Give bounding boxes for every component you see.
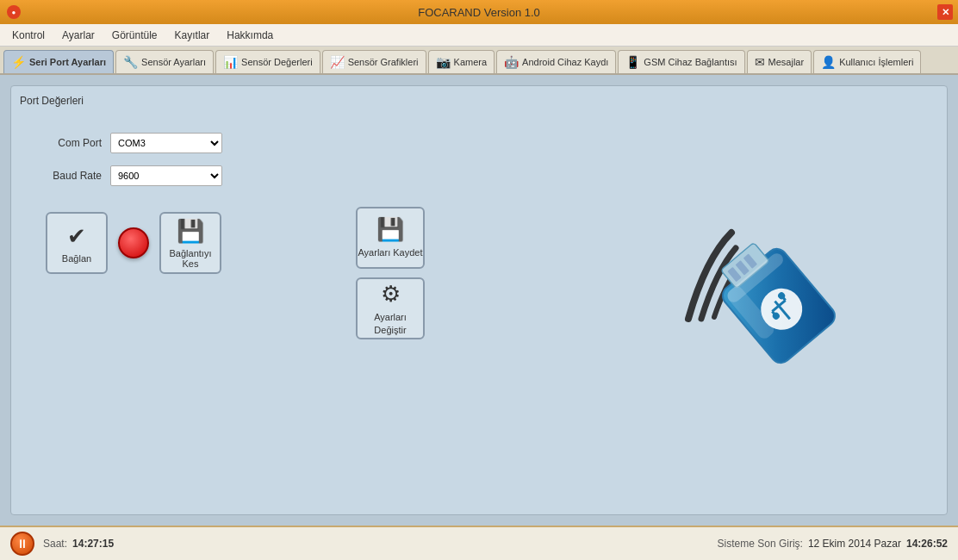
tab-sensor-ayar[interactable]: 🔧 Sensör Ayarları bbox=[115, 50, 214, 73]
baglan-icon: ✔ bbox=[67, 223, 86, 250]
ayarlari-degistir-button[interactable]: ⚙ Ayarları Değiştir bbox=[356, 277, 425, 339]
baud-rate-label: Baud Rate bbox=[46, 170, 102, 182]
degistir-icon: ⚙ bbox=[381, 281, 401, 308]
ayarlari-kaydet-button[interactable]: 💾 Ayarları Kaydet bbox=[356, 207, 425, 269]
menu-goruntule[interactable]: Görüntüle bbox=[103, 27, 166, 44]
tab-sensor-grafik[interactable]: 📈 Sensör Grafikleri bbox=[322, 50, 426, 73]
login-label: Sisteme Son Giriş: bbox=[718, 538, 803, 550]
sensor-grafik-icon: 📈 bbox=[330, 55, 345, 69]
menu-kayitlar[interactable]: Kayıtlar bbox=[166, 27, 219, 44]
kamera-icon: 📷 bbox=[436, 55, 451, 69]
stop-button[interactable] bbox=[118, 227, 149, 258]
kullanici-icon: 👤 bbox=[821, 55, 836, 69]
port-panel-title: Port Değerleri bbox=[20, 95, 938, 107]
window-title: FOCARAND Version 1.0 bbox=[418, 6, 540, 19]
close-button[interactable]: ✕ bbox=[937, 4, 953, 20]
usb-svg bbox=[637, 172, 861, 396]
mesajlar-icon: ✉ bbox=[755, 55, 765, 69]
usb-illustration bbox=[619, 155, 878, 414]
com-port-row: Com Port COM1 COM2 COM3 COM4 COM5 bbox=[46, 133, 938, 153]
menu-hakkimda[interactable]: Hakkımda bbox=[218, 27, 282, 44]
tab-android[interactable]: 🤖 Android Cihaz Kaydı bbox=[496, 50, 616, 73]
kaydet-label: Ayarları Kaydet bbox=[358, 246, 422, 258]
tab-gsm[interactable]: 📱 GSM Cihaz Bağlantısı bbox=[618, 50, 744, 73]
tab-sensor-deger[interactable]: 📊 Sensör Değerleri bbox=[215, 50, 320, 73]
tab-seri-port[interactable]: ⚡ Seri Port Ayarları bbox=[3, 50, 114, 73]
sensor-deger-icon: 📊 bbox=[223, 55, 238, 69]
saat-value: 14:27:15 bbox=[72, 538, 114, 550]
menu-ayarlar[interactable]: Ayarlar bbox=[53, 27, 103, 44]
seri-port-icon: ⚡ bbox=[11, 55, 26, 69]
kaydet-icon: 💾 bbox=[376, 216, 404, 243]
baglantiyi-kes-label: Bağlantıyı Kes bbox=[161, 248, 220, 269]
status-bar: ⏸ Saat: 14:27:15 Sisteme Son Giriş: 12 E… bbox=[0, 526, 958, 560]
status-login: Sisteme Son Giriş: 12 Ekim 2014 Pazar 14… bbox=[718, 538, 948, 550]
baglan-label: Bağlan bbox=[62, 253, 91, 264]
tab-kamera[interactable]: 📷 Kamera bbox=[428, 50, 495, 73]
side-buttons: 💾 Ayarları Kaydet ⚙ Ayarları Değiştir bbox=[356, 207, 425, 339]
tab-mesajlar[interactable]: ✉ Mesajlar bbox=[747, 50, 812, 73]
menu-bar: Kontrol Ayarlar Görüntüle Kayıtlar Hakkı… bbox=[0, 24, 958, 47]
sensor-ayar-icon: 🔧 bbox=[123, 55, 138, 69]
status-icon: ⏸ bbox=[10, 532, 34, 556]
saat-label: Saat: bbox=[43, 538, 67, 550]
baglantiyi-kes-icon: 💾 bbox=[177, 218, 204, 245]
title-bar: ● FOCARAND Version 1.0 ✕ bbox=[0, 0, 958, 24]
menu-kontrol[interactable]: Kontrol bbox=[3, 27, 53, 44]
main-content: Port Değerleri Com Port COM1 COM2 COM3 C… bbox=[0, 75, 958, 526]
login-date: 12 Ekim 2014 Pazar bbox=[808, 538, 901, 550]
tab-bar: ⚡ Seri Port Ayarları 🔧 Sensör Ayarları 📊… bbox=[0, 47, 958, 75]
com-port-select[interactable]: COM1 COM2 COM3 COM4 COM5 bbox=[110, 133, 222, 153]
gsm-icon: 📱 bbox=[625, 55, 640, 69]
baglan-button[interactable]: ✔ Bağlan bbox=[46, 212, 108, 274]
android-icon: 🤖 bbox=[504, 55, 519, 69]
baud-rate-select[interactable]: 1200 2400 4800 9600 19200 38400 57600 11… bbox=[110, 165, 222, 186]
port-panel: Port Değerleri Com Port COM1 COM2 COM3 C… bbox=[10, 85, 948, 515]
com-port-label: Com Port bbox=[46, 137, 102, 149]
usb-body bbox=[707, 232, 839, 367]
login-time: 14:26:52 bbox=[906, 538, 948, 550]
app-icon: ● bbox=[7, 5, 21, 19]
degistir-label: Ayarları Değiştir bbox=[358, 311, 423, 336]
baglantiyi-kes-button[interactable]: 💾 Bağlantıyı Kes bbox=[159, 212, 221, 274]
tab-kullanici[interactable]: 👤 Kullanıcı İşlemleri bbox=[813, 50, 921, 73]
